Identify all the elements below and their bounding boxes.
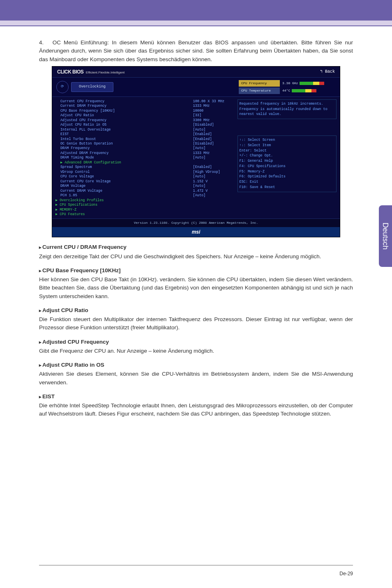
overclocking-tab[interactable]: Overclocking bbox=[71, 82, 113, 92]
overclock-icon: ⟳ bbox=[56, 81, 69, 93]
setting-row[interactable]: CPU Base Frequency [10KHz]10000 bbox=[55, 109, 234, 113]
submenu-row[interactable]: ▶ CPU Specifications bbox=[55, 203, 234, 207]
setting-row[interactable]: VDroop Control[High VDroop] bbox=[55, 170, 234, 175]
sub-bar bbox=[0, 21, 392, 26]
bios-logo: CLICK BIOS Efficient.Flexible.Intelligen… bbox=[57, 68, 125, 76]
item-heading: Adjust CPU Ratio in OS bbox=[39, 361, 353, 369]
page-content: 4. OC Menü Einführung: In diesem Menü kö… bbox=[0, 26, 392, 418]
setting-row[interactable]: DRAM Voltage[Auto] bbox=[55, 184, 234, 188]
key-hint: F10: Save & Reset bbox=[240, 185, 334, 190]
submenu-row[interactable]: ▶ MEMORY-Z bbox=[55, 208, 234, 212]
key-hint: F1: General Help bbox=[240, 158, 334, 164]
intro-text: OC Menü Einführung: In diesem Menü könne… bbox=[39, 39, 353, 62]
setting-row[interactable]: OC Genie Button Operation[Disabled] bbox=[55, 142, 234, 146]
item-body: Hier können Sie den CPU Base Takt (in 10… bbox=[39, 276, 353, 301]
key-hint: F5: Memory-Z bbox=[240, 169, 334, 175]
setting-row[interactable]: Adjust CPU Ratio in OS[Disabled] bbox=[55, 123, 234, 127]
setting-row[interactable]: DRAM Frequency[Auto] bbox=[55, 146, 234, 151]
cpu-temp-val: 44°C bbox=[282, 88, 336, 93]
cpu-freq-label: CPU Frequency bbox=[239, 80, 280, 87]
cpu-freq-val: 3.30 GHz bbox=[282, 81, 336, 86]
adv-dram-config[interactable]: ▶ Advanced DRAM Configuration bbox=[55, 161, 234, 165]
bios-body: Current CPU Frequency100.00 X 33 MHzCurr… bbox=[52, 97, 340, 219]
item-body: Die Funktion steuert den Multiplikator d… bbox=[39, 315, 353, 332]
top-bar bbox=[0, 0, 392, 21]
setting-row[interactable]: DRAM Timing Mode[Auto] bbox=[55, 156, 234, 160]
bios-screenshot: CLICK BIOS Efficient.Flexible.Intelligen… bbox=[52, 66, 340, 238]
submenu-row[interactable]: ▶ CPU Features bbox=[55, 212, 234, 217]
key-hint: F6: Optimized Defaults bbox=[240, 174, 334, 179]
settings-list: Current CPU Frequency100.00 X 33 MHzCurr… bbox=[55, 99, 234, 217]
key-hint: Enter: Select bbox=[240, 148, 334, 154]
setting-row[interactable]: Intel Turbo Boost[Enabled] bbox=[55, 137, 234, 142]
bios-header: CLICK BIOS Efficient.Flexible.Intelligen… bbox=[52, 67, 340, 78]
key-hint: +/-: Change Opt. bbox=[240, 153, 334, 158]
setting-row[interactable]: EIST[Enabled] bbox=[55, 132, 234, 137]
setting-row[interactable]: Current CPU Frequency100.00 X 33 MHz bbox=[55, 99, 234, 104]
setting-row[interactable]: PCH 1.05[Auto] bbox=[55, 193, 234, 198]
key-hint: ↑↓: Select Item bbox=[240, 143, 334, 148]
item-heading: CPU Base Frequency [10KHz] bbox=[39, 266, 353, 275]
item-body: Aktivieren Sie dieses Element, können Si… bbox=[39, 370, 353, 387]
key-legend: ↑↓: Select Screen↑↓: Select ItemEnter: S… bbox=[238, 136, 337, 192]
key-hint: ↑↓: Select Screen bbox=[240, 138, 334, 143]
key-hint: F4: CPU Specifications bbox=[240, 164, 334, 169]
item-body: Die erhöhte Intel SpeedStep Technologie … bbox=[39, 402, 353, 418]
item-body: Zeigt den derzeitige Takt der CPU und di… bbox=[39, 253, 353, 261]
item-heading: Adjust CPU Ratio bbox=[39, 306, 353, 315]
setting-row[interactable]: Internal PLL Overvoltage[Auto] bbox=[55, 128, 234, 132]
bios-logo-sub: Efficient.Flexible.Intelligent bbox=[86, 71, 125, 74]
bios-logo-main: CLICK BIOS bbox=[57, 69, 83, 75]
cpu-temp-label: CPU Temperature bbox=[239, 87, 280, 94]
setting-row[interactable]: Current DRAM Frequency1333 MHz bbox=[55, 104, 234, 108]
intro-paragraph: 4. OC Menü Einführung: In diesem Menü kö… bbox=[39, 39, 353, 64]
item-heading: Adjusted CPU Frequency bbox=[39, 338, 353, 346]
setting-row[interactable]: Adjusted CPU Frequency3300 MHz bbox=[55, 118, 234, 123]
key-hint: ESC: Exit bbox=[240, 179, 334, 185]
help-text: Requested frequency in 10kHz increments.… bbox=[238, 99, 337, 119]
intro-number: 4. bbox=[39, 39, 44, 46]
language-tab: Deutsch bbox=[379, 205, 392, 267]
setting-row[interactable]: Spread Spectrum[Enabled] bbox=[55, 165, 234, 170]
bios-brand: msi bbox=[52, 227, 340, 237]
readout-panel: CPU Frequency 3.30 GHz CPU Temperature 4… bbox=[239, 80, 336, 94]
setting-row[interactable]: Adjust CPU Ratio[33] bbox=[55, 113, 234, 118]
submenu-row[interactable]: ▶ Overclocking Profiles bbox=[55, 198, 234, 203]
bios-toolbar: ⟳ Overclocking CPU Frequency 3.30 GHz CP… bbox=[52, 78, 340, 97]
setting-row[interactable]: Current DRAM Voltage1.472 V bbox=[55, 189, 234, 193]
item-body: Gibt die Frequenz der CPU an. Nur Anzeig… bbox=[39, 347, 353, 355]
bios-version: Version 1.23.1108. Copyright (C) 2008 Am… bbox=[52, 218, 340, 227]
setting-row[interactable]: Adjusted DRAM Frequency1333 MHz bbox=[55, 151, 234, 156]
page-number: De-29 bbox=[339, 571, 353, 577]
back-button[interactable]: ↰ Back bbox=[320, 69, 335, 75]
setting-row[interactable]: Current CPU Core Voltage1.152 V bbox=[55, 179, 234, 184]
setting-row[interactable]: CPU Core Voltage[Auto] bbox=[55, 175, 234, 179]
item-heading: Current CPU / DRAM Frequency bbox=[39, 243, 353, 251]
footer-rule bbox=[39, 565, 353, 565]
item-heading: EIST bbox=[39, 393, 353, 401]
help-panel: Requested frequency in 10kHz increments.… bbox=[238, 99, 337, 217]
